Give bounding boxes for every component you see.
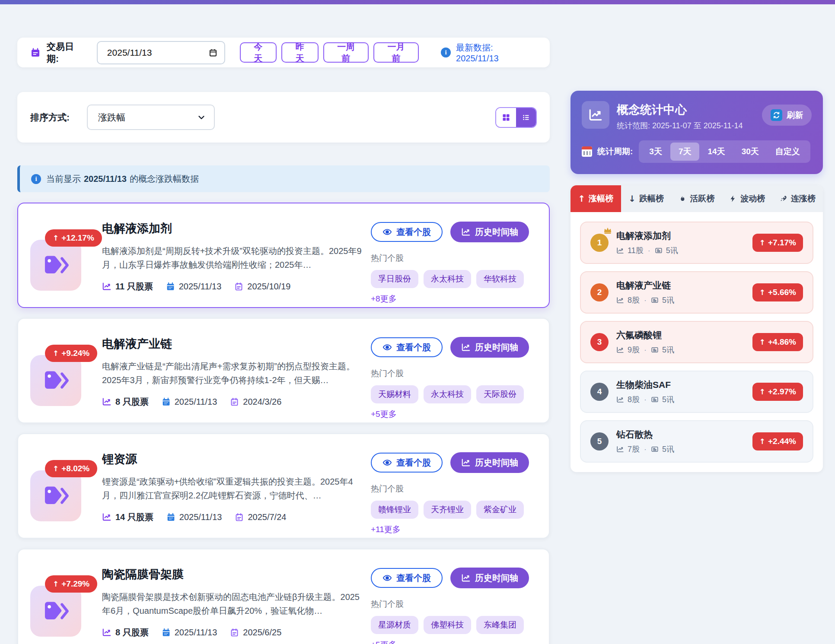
rank-info: 钻石散热 7股 · 5讯 xyxy=(616,428,752,454)
stock-tag[interactable]: 天齐锂业 xyxy=(424,501,471,519)
stock-count: 8 只股票 xyxy=(102,396,149,408)
start-date: 2024/3/26 xyxy=(230,397,281,407)
calendar-icon xyxy=(162,397,171,406)
stock-tag[interactable]: 天际股份 xyxy=(476,385,524,403)
tab-gainers[interactable]: ↑ 涨幅榜 xyxy=(570,185,621,212)
concept-info: 电解液产业链 电解液产业链是“产能出清尾声+需求复苏初期”的拐点型投资主题。20… xyxy=(102,331,363,412)
stock-tag[interactable]: 华软科技 xyxy=(476,270,524,288)
concept-meta: 8 只股票 2025/11/13 2024/3/26 xyxy=(102,396,363,408)
more-stocks-link[interactable]: +5更多 xyxy=(371,639,397,644)
date-input[interactable]: 2025/11/13 xyxy=(97,41,225,64)
concept-title: 陶瓷隔膜骨架膜 xyxy=(102,567,363,582)
more-stocks-link[interactable]: +11更多 xyxy=(371,524,401,535)
clipboard-date-icon xyxy=(234,282,243,291)
rank-item[interactable]: 1 电解液添加剂 11股 · 5讯 ↑+7.17% xyxy=(580,222,813,264)
banner-suffix: 的概念涨跌幅数据 xyxy=(130,173,199,185)
hot-stocks-tags: 天赐材料 永太科技 天际股份 +5更多 xyxy=(371,385,537,420)
rank-item[interactable]: 3 六氟磷酸锂 9股 · 5讯 ↑+4.86% xyxy=(580,321,813,363)
tab-losers[interactable]: ↓ 跌幅榜 xyxy=(621,185,672,212)
period-option-custom[interactable]: 自定义 xyxy=(767,143,808,161)
concept-description: 锂资源是“政策驱动+供给收缩”双重逻辑共振的投资主题。2025年4月，四川雅江官… xyxy=(102,475,363,503)
stock-tag[interactable]: 赣锋锂业 xyxy=(371,501,418,519)
rank-info: 六氟磷酸锂 9股 · 5讯 xyxy=(616,329,752,355)
stats-range: 统计范围: 2025-11-07 至 2025-11-14 xyxy=(617,121,743,131)
rank-item[interactable]: 5 钻石散热 7股 · 5讯 ↑+2.44% xyxy=(580,420,813,463)
info-icon xyxy=(441,48,451,57)
banner-prefix: 当前显示 xyxy=(46,173,81,185)
sort-select[interactable]: 涨跌幅 xyxy=(87,105,215,130)
period-option-14d[interactable]: 14天 xyxy=(699,143,733,161)
concept-actions: 查看个股 历史时间轴 热门个股 天赐材料 永太科技 天际股份 +5更多 xyxy=(371,331,537,412)
stock-tag[interactable]: 佛塑科技 xyxy=(424,616,471,634)
tab-active[interactable]: 活跃榜 xyxy=(672,185,722,212)
stock-tag[interactable]: 孚日股份 xyxy=(371,270,418,288)
rank-concept-name: 六氟磷酸锂 xyxy=(616,329,752,341)
calendar-icon xyxy=(162,628,171,637)
refresh-button[interactable]: 刷新 xyxy=(762,105,812,126)
more-stocks-link[interactable]: +5更多 xyxy=(371,409,397,420)
concept-description: 陶瓷隔膜骨架膜是技术创新驱动的固态电池产业链β升级主题。2025年6月，Quan… xyxy=(102,590,363,618)
tab-streak[interactable]: 连涨榜 xyxy=(772,185,823,212)
history-timeline-button[interactable]: 历史时间轴 xyxy=(450,337,529,358)
period-option-7d[interactable]: 7天 xyxy=(670,143,700,161)
top-accent-bar xyxy=(0,0,835,4)
rank-number-badge: 5 xyxy=(590,432,609,450)
chart-line-icon xyxy=(616,445,624,453)
hot-stocks-label: 热门个股 xyxy=(371,599,537,610)
concept-info: 锂资源 锂资源是“政策驱动+供给收缩”双重逻辑共振的投资主题。2025年4月，四… xyxy=(102,446,363,527)
rank-item[interactable]: 4 生物柴油SAF 8股 · 5讯 ↑+2.97% xyxy=(580,371,813,413)
calendar-icon xyxy=(30,48,41,58)
history-timeline-button[interactable]: 历史时间轴 xyxy=(450,452,529,473)
concept-title: 电解液产业链 xyxy=(102,336,363,352)
news-icon xyxy=(651,396,659,403)
view-stocks-button[interactable]: 查看个股 xyxy=(371,568,443,588)
date-picker-icon[interactable] xyxy=(209,48,217,57)
stock-tag[interactable]: 永太科技 xyxy=(424,385,471,403)
more-stocks-link[interactable]: +8更多 xyxy=(371,293,397,305)
chart-line-icon xyxy=(461,458,471,467)
stock-tag[interactable]: 星源材质 xyxy=(371,616,418,634)
list-view-button[interactable] xyxy=(516,108,536,127)
concept-tile xyxy=(30,355,81,406)
start-date: 2025/10/19 xyxy=(234,282,290,292)
change-badge: ↑+7.29% xyxy=(45,575,97,593)
period-selector-row: 统计周期: 3天 7天 14天 30天 自定义 xyxy=(582,140,812,163)
period-option-30d[interactable]: 30天 xyxy=(733,143,767,161)
rank-change-badge: ↑+2.44% xyxy=(752,432,803,450)
grid-view-button[interactable] xyxy=(496,108,516,127)
quick-date-today-button[interactable]: 今天 xyxy=(240,42,277,63)
eye-icon xyxy=(382,458,392,467)
history-timeline-button[interactable]: 历史时间轴 xyxy=(450,222,529,242)
period-option-3d[interactable]: 3天 xyxy=(641,143,670,161)
latest-data-note: 最新数据: 2025/11/13 xyxy=(441,42,537,63)
view-stocks-button[interactable]: 查看个股 xyxy=(371,337,443,357)
grid-icon xyxy=(502,113,510,122)
stock-tag[interactable]: 天赐材料 xyxy=(371,385,418,403)
concept-tile-area: ↑+12.17% xyxy=(30,216,82,297)
banner-date: 2025/11/13 xyxy=(84,174,127,184)
tab-volatility[interactable]: 波动榜 xyxy=(722,185,772,212)
update-date: 2025/11/13 xyxy=(162,397,217,407)
rank-concept-name: 钻石散热 xyxy=(616,428,752,441)
history-timeline-button[interactable]: 历史时间轴 xyxy=(450,568,529,588)
quick-date-yesterday-button[interactable]: 昨天 xyxy=(281,42,319,63)
eye-icon xyxy=(382,573,392,583)
rocket-icon xyxy=(780,195,787,203)
rank-stats: 7股 · 5讯 xyxy=(616,444,752,454)
rank-stats: 9股 · 5讯 xyxy=(616,345,752,355)
quick-date-month-ago-button[interactable]: 一月前 xyxy=(373,42,419,63)
view-stocks-button[interactable]: 查看个股 xyxy=(371,222,443,242)
bolt-icon xyxy=(729,195,737,203)
view-mode-toggle xyxy=(495,107,537,128)
view-stocks-button[interactable]: 查看个股 xyxy=(371,453,443,473)
stock-tag[interactable]: 东峰集团 xyxy=(476,616,524,634)
concept-tile xyxy=(30,470,81,521)
stock-tag[interactable]: 紫金矿业 xyxy=(476,501,524,519)
clipboard-date-icon xyxy=(230,397,239,406)
change-badge: ↑+8.02% xyxy=(45,460,97,477)
chart-line-icon xyxy=(616,247,624,254)
stock-tag[interactable]: 永太科技 xyxy=(424,270,471,288)
concept-card: ↑+12.17% 电解液添加剂 电解液添加剂是“周期反转+技术升级”双轮驱动的投… xyxy=(17,203,550,308)
rank-item[interactable]: 2 电解液产业链 8股 · 5讯 ↑+5.66% xyxy=(580,271,813,314)
quick-date-week-ago-button[interactable]: 一周前 xyxy=(323,42,369,63)
